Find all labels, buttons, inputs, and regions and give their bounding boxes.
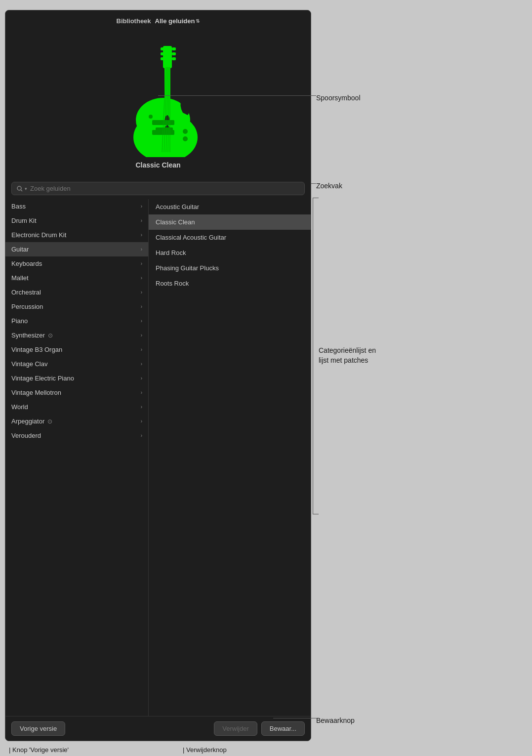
track-symbol-line <box>158 95 316 96</box>
chevron-icon-piano: › <box>141 318 142 324</box>
category-item-vintage-electric-piano[interactable]: Vintage Electric Piano› <box>5 371 148 385</box>
category-item-orchestral[interactable]: Orchestral› <box>5 285 148 299</box>
category-item-drum-kit[interactable]: Drum Kit› <box>5 213 148 228</box>
category-label-percussion: Percussion <box>11 303 43 310</box>
category-label-bass: Bass <box>11 203 26 210</box>
guitar-icon <box>109 43 207 157</box>
annotation-save-button: Bewaarknop <box>316 716 355 724</box>
search-bar[interactable]: ▾ <box>11 182 305 195</box>
svg-point-17 <box>149 115 153 119</box>
category-item-piano[interactable]: Piano› <box>5 314 148 328</box>
category-label-piano: Piano <box>11 317 28 325</box>
chevron-icon-orchestral: › <box>141 290 142 295</box>
category-label-verouderd: Verouderd <box>11 432 41 439</box>
category-label-guitar: Guitar <box>11 246 29 253</box>
svg-rect-13 <box>152 130 174 135</box>
category-label-vintage-clav: Vintage Clav <box>11 360 47 368</box>
category-item-vintage-mellotron[interactable]: Vintage Mellotron› <box>5 385 148 400</box>
patch-item-phasing-guitar-plucks[interactable]: Phasing Guitar Plucks <box>149 260 311 276</box>
chevron-icon-vintage-electric-piano: › <box>141 376 142 381</box>
patch-item-classic-clean[interactable]: Classic Clean <box>149 214 311 230</box>
svg-rect-3 <box>161 52 164 55</box>
delete-button[interactable]: Verwijder <box>214 721 257 736</box>
chevron-icon-percussion: › <box>141 304 142 309</box>
svg-point-15 <box>183 136 188 141</box>
guitar-name: Classic Clean <box>135 161 180 169</box>
guitar-area: Classic Clean <box>5 30 311 178</box>
svg-rect-4 <box>172 52 176 55</box>
chevron-icon-vintage-mellotron: › <box>141 390 142 395</box>
svg-rect-2 <box>172 47 176 50</box>
patch-item-hard-rock[interactable]: Hard Rock <box>149 245 311 260</box>
dropdown-arrows: ⇅ <box>196 18 200 24</box>
save-button[interactable]: Bewaar... <box>261 721 305 736</box>
category-item-verouderd[interactable]: Verouderd› <box>5 428 148 443</box>
category-item-percussion[interactable]: Percussion› <box>5 299 148 314</box>
annotation-category-list: Categorieënlijst enlijst met patches <box>319 346 376 365</box>
patch-list: Acoustic GuitarClassic CleanClassical Ac… <box>149 199 311 716</box>
save-button-line <box>273 718 317 718</box>
category-label-vintage-b3-organ: Vintage B3 Organ <box>11 346 62 353</box>
chevron-icon-mallet: › <box>141 275 142 281</box>
category-item-bass[interactable]: Bass› <box>5 199 148 213</box>
category-item-world[interactable]: World› <box>5 400 148 414</box>
footer-right-buttons: Verwijder Bewaar... <box>214 721 305 736</box>
category-label-synthesizer: Synthesizer <box>11 332 45 339</box>
bracket-bottom-h <box>313 514 319 514</box>
bracket-vert-right <box>313 198 313 514</box>
chevron-icon-world: › <box>141 404 142 410</box>
category-label-arpeggiator: Arpeggiator <box>11 418 44 425</box>
chevron-icon-keyboards: › <box>141 261 142 266</box>
chevron-icon-synthesizer: › <box>141 333 142 338</box>
svg-point-23 <box>17 186 21 190</box>
svg-rect-8 <box>164 66 171 68</box>
search-box-line <box>311 183 316 184</box>
search-input[interactable] <box>30 185 299 192</box>
svg-rect-5 <box>161 57 164 60</box>
category-item-electronic-drum-kit[interactable]: Electronic Drum Kit› <box>5 228 148 242</box>
category-item-arpeggiator[interactable]: Arpeggiator⊙› <box>5 414 148 428</box>
bracket-top-h <box>313 198 319 198</box>
category-item-synthesizer[interactable]: Synthesizer⊙› <box>5 328 148 342</box>
patch-item-acoustic-guitar[interactable]: Acoustic Guitar <box>149 199 311 214</box>
category-label-electronic-drum-kit: Electronic Drum Kit <box>11 231 66 239</box>
chevron-icon-drum-kit: › <box>141 218 142 223</box>
main-panel: Bibliotheek Alle geluiden ⇅ <box>5 10 311 741</box>
chevron-icon-bass: › <box>141 204 142 209</box>
sounds-label: Alle geluiden <box>155 17 195 25</box>
patch-item-classical-acoustic-guitar[interactable]: Classical Acoustic Guitar <box>149 230 311 245</box>
category-list: Bass›Drum Kit›Electronic Drum Kit›Guitar… <box>5 199 149 716</box>
download-icon-synthesizer[interactable]: ⊙ <box>48 332 53 339</box>
panel-footer: Vorige versie Verwijder Bewaar... <box>5 716 311 741</box>
category-label-vintage-mellotron: Vintage Mellotron <box>11 389 61 396</box>
library-label: Bibliotheek <box>117 17 151 25</box>
category-item-vintage-b3-organ[interactable]: Vintage B3 Organ› <box>5 342 148 357</box>
lists-area: Bass›Drum Kit›Electronic Drum Kit›Guitar… <box>5 199 311 716</box>
category-item-keyboards[interactable]: Keyboards› <box>5 256 148 271</box>
download-icon-arpeggiator[interactable]: ⊙ <box>47 418 52 425</box>
previous-version-button[interactable]: Vorige versie <box>11 721 65 736</box>
annotation-track-symbol: Spoorsymbool <box>316 94 361 102</box>
category-item-mallet[interactable]: Mallet› <box>5 271 148 285</box>
chevron-icon-guitar: › <box>141 247 142 252</box>
category-label-orchestral: Orchestral <box>11 289 41 296</box>
chevron-icon-vintage-clav: › <box>141 361 142 367</box>
svg-rect-1 <box>161 47 164 50</box>
patch-item-roots-rock[interactable]: Roots Rock <box>149 276 311 291</box>
chevron-icon-electronic-drum-kit: › <box>141 232 142 238</box>
sounds-dropdown[interactable]: Alle geluiden ⇅ <box>155 17 200 25</box>
category-label-drum-kit: Drum Kit <box>11 217 37 224</box>
category-item-vintage-clav[interactable]: Vintage Clav› <box>5 357 148 371</box>
chevron-icon-verouderd: › <box>141 433 142 438</box>
svg-point-14 <box>183 129 188 134</box>
chevron-icon-arpeggiator: › <box>141 419 142 424</box>
annotation-delete-button: | Verwijderknop <box>183 746 227 754</box>
svg-rect-6 <box>172 57 176 60</box>
category-item-guitar[interactable]: Guitar› <box>5 242 148 256</box>
chevron-icon-vintage-b3-organ: › <box>141 347 142 352</box>
svg-line-24 <box>21 190 22 191</box>
search-chevron-icon[interactable]: ▾ <box>25 186 27 191</box>
panel-header: Bibliotheek Alle geluiden ⇅ <box>5 10 311 30</box>
search-icon <box>17 186 23 192</box>
category-label-keyboards: Keyboards <box>11 260 42 267</box>
